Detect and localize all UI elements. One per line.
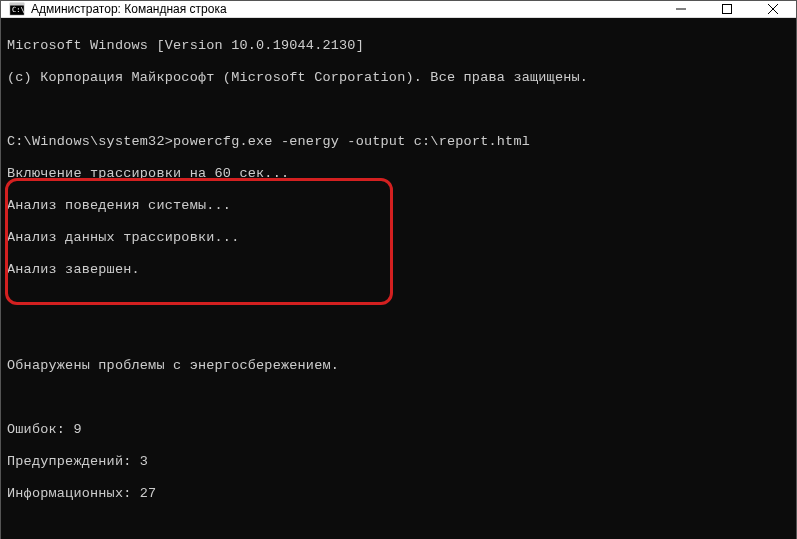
version-line: Microsoft Windows [Version 10.0.19044.21… (7, 38, 790, 54)
info-count-line: Информационных: 27 (7, 486, 790, 502)
problems-found-line: Обнаружены проблемы с энергосбережением. (7, 358, 790, 374)
analysis-complete-line: Анализ завершен. (7, 262, 790, 278)
blank-line (7, 390, 790, 406)
maximize-button[interactable] (704, 1, 750, 17)
window-controls (658, 1, 796, 17)
behavior-analysis-line: Анализ поведения системы... (7, 198, 790, 214)
cmd-icon: C:\ (9, 1, 25, 17)
warnings-count-line: Предупреждений: 3 (7, 454, 790, 470)
blank-line (7, 102, 790, 118)
svg-text:C:\: C:\ (12, 6, 25, 14)
window-title: Администратор: Командная строка (31, 2, 658, 16)
titlebar[interactable]: C:\ Администратор: Командная строка (1, 1, 796, 18)
terminal-output[interactable]: Microsoft Windows [Version 10.0.19044.21… (1, 18, 796, 539)
close-button[interactable] (750, 1, 796, 17)
prompt-path: C:\Windows\system32> (7, 134, 173, 150)
trace-enable-line: Включение трассировки на 60 сек... (7, 166, 790, 182)
trace-analysis-line: Анализ данных трассировки... (7, 230, 790, 246)
command-line: C:\Windows\system32>powercfg.exe -energy… (7, 134, 790, 150)
copyright-line: (c) Корпорация Майкрософт (Microsoft Cor… (7, 70, 790, 86)
command-text: powercfg.exe -energy -output c:\report.h… (173, 134, 530, 150)
blank-line (7, 326, 790, 342)
blank-line (7, 294, 790, 310)
command-prompt-window: C:\ Администратор: Командная строка Micr… (0, 0, 797, 539)
errors-count-line: Ошибок: 9 (7, 422, 790, 438)
svg-rect-4 (723, 5, 732, 14)
minimize-button[interactable] (658, 1, 704, 17)
blank-line (7, 518, 790, 534)
